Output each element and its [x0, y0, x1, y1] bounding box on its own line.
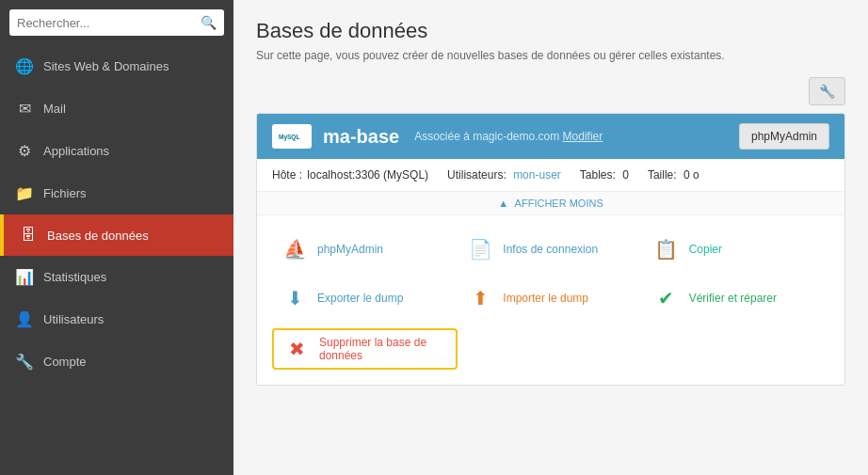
action-label-exporter-dump: Exporter le dump — [317, 292, 403, 305]
action-icon-exporter-dump: ⬇ — [280, 283, 310, 313]
sidebar-item-sites-web[interactable]: 🌐 Sites Web & Domaines — [0, 45, 233, 87]
action-phpmyadmin-action[interactable]: ⛵ phpMyAdmin — [272, 230, 458, 268]
action-icon-supprimer-base: ✖ — [281, 334, 312, 364]
action-label-infos-connexion: Infos de connexion — [503, 243, 598, 256]
action-label-copier: Copier — [689, 243, 722, 256]
action-importer-dump[interactable]: ⬆ Importer le dump — [458, 279, 643, 317]
sidebar-item-utilisateurs[interactable]: 👤 Utilisateurs — [0, 298, 233, 340]
action-supprimer-base[interactable]: ✖ Supprimer la base de données — [272, 328, 458, 370]
toggle-section[interactable]: ▲ AFFICHER MOINS — [257, 192, 844, 215]
action-copier[interactable]: 📋 Copier — [644, 230, 829, 268]
nav-icon-mail: ✉ — [15, 100, 34, 118]
size-section: Taille: 0 o — [648, 168, 699, 182]
wrench-button[interactable]: 🔧 — [809, 77, 845, 105]
db-assoc-text: Associée à magic-demo.com Modifier — [414, 130, 603, 143]
nav-menu: 🌐 Sites Web & Domaines ✉ Mail ⚙ Applicat… — [0, 45, 233, 383]
actions-grid: ⛵ phpMyAdmin 📄 Infos de connexion 📋 Copi… — [257, 215, 844, 385]
users-section: Utilisateurs: mon-user — [447, 168, 561, 182]
sidebar-item-compte[interactable]: 🔧 Compte — [0, 340, 233, 383]
action-exporter-dump[interactable]: ⬇ Exporter le dump — [272, 279, 458, 317]
action-icon-verifier-reparer: ✔ — [651, 283, 682, 313]
action-label-verifier-reparer: Vérifier et réparer — [689, 292, 777, 305]
db-name: ma-base — [323, 126, 399, 148]
toggle-label: AFFICHER MOINS — [515, 198, 603, 209]
db-card: MySQL ma-base Associée à magic-demo.com … — [256, 113, 845, 386]
action-icon-importer-dump: ⬆ — [465, 283, 495, 313]
phpmyadmin-header-button[interactable]: phpMyAdmin — [739, 123, 829, 150]
db-card-header: MySQL ma-base Associée à magic-demo.com … — [257, 114, 844, 159]
search-box[interactable]: 🔍 — [9, 9, 224, 36]
page-subtitle: Sur cette page, vous pouvez créer de nou… — [256, 49, 845, 62]
nav-icon-bases-de-donnees: 🗄 — [19, 227, 38, 244]
nav-label-mail: Mail — [43, 102, 66, 116]
nav-icon-statistiques: 📊 — [15, 268, 34, 286]
action-label-phpmyadmin-action: phpMyAdmin — [317, 243, 383, 256]
nav-label-applications: Applications — [43, 144, 109, 158]
nav-icon-sites-web: 🌐 — [15, 57, 34, 75]
action-icon-copier: 📋 — [651, 234, 682, 264]
action-icon-infos-connexion: 📄 — [465, 234, 495, 264]
host-label: Hôte : localhost:3306 (MySQL) — [272, 168, 428, 182]
sidebar-item-mail[interactable]: ✉ Mail — [0, 87, 233, 130]
modifier-link[interactable]: Modifier — [563, 130, 603, 143]
nav-icon-applications: ⚙ — [15, 142, 34, 160]
sidebar-item-fichiers[interactable]: 📁 Fichiers — [0, 172, 233, 214]
action-label-importer-dump: Importer le dump — [503, 292, 588, 305]
nav-icon-fichiers: 📁 — [15, 184, 34, 202]
sidebar: 🔍 🌐 Sites Web & Domaines ✉ Mail ⚙ Applic… — [0, 0, 233, 475]
db-info-row: Hôte : localhost:3306 (MySQL) Utilisateu… — [257, 159, 844, 192]
nav-icon-compte: 🔧 — [15, 353, 34, 371]
nav-label-utilisateurs: Utilisateurs — [43, 312, 104, 326]
toggle-arrow-icon: ▲ — [498, 198, 508, 209]
action-verifier-reparer[interactable]: ✔ Vérifier et réparer — [644, 279, 829, 317]
action-infos-connexion[interactable]: 📄 Infos de connexion — [458, 230, 643, 268]
nav-icon-utilisateurs: 👤 — [15, 310, 34, 328]
nav-label-sites-web: Sites Web & Domaines — [43, 59, 169, 73]
mysql-badge: MySQL — [272, 124, 312, 149]
nav-label-fichiers: Fichiers — [43, 186, 87, 200]
nav-label-bases-de-donnees: Bases de données — [47, 229, 149, 243]
page-title: Bases de données — [256, 19, 845, 43]
mysql-icon: MySQL — [278, 127, 306, 146]
tables-section: Tables: 0 — [580, 168, 629, 182]
main-content: Bases de données Sur cette page, vous po… — [233, 0, 868, 475]
action-icon-phpmyadmin-action: ⛵ — [280, 234, 310, 264]
search-input[interactable] — [17, 16, 201, 30]
svg-text:MySQL: MySQL — [279, 134, 299, 141]
nav-label-compte: Compte — [43, 355, 87, 369]
sidebar-item-statistiques[interactable]: 📊 Statistiques — [0, 256, 233, 298]
nav-label-statistiques: Statistiques — [43, 270, 106, 284]
action-label-supprimer-base: Supprimer la base de données — [319, 336, 448, 362]
sidebar-item-applications[interactable]: ⚙ Applications — [0, 130, 233, 172]
sidebar-item-bases-de-donnees[interactable]: 🗄 Bases de données — [0, 214, 233, 256]
search-icon: 🔍 — [201, 15, 217, 30]
